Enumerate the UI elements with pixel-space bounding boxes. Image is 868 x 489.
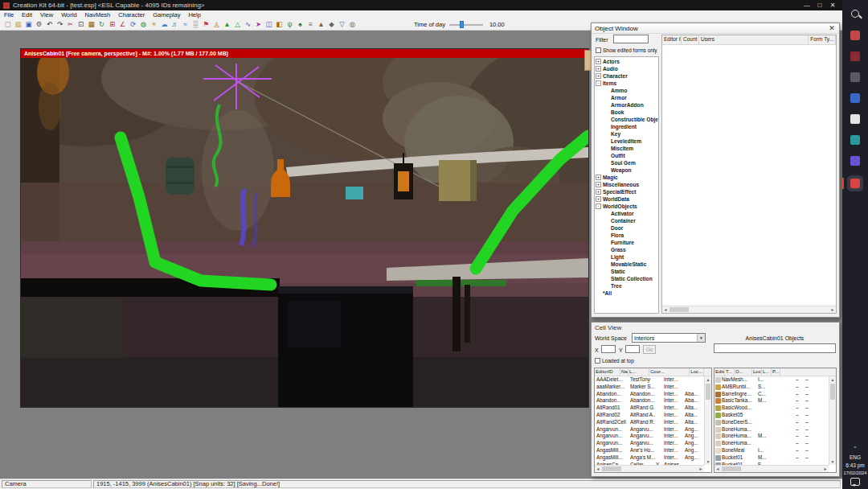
trees-icon[interactable]: ♠ <box>295 19 305 30</box>
vertical-scrollbar[interactable]: ▲ ▼ <box>704 376 711 465</box>
scroll-right-button[interactable]: ► <box>822 466 829 472</box>
menu-item[interactable]: Character <box>114 11 149 18</box>
taskbar-app-discord-icon[interactable] <box>850 156 860 166</box>
cell-list[interactable]: EditorIDNameL...Coor...Loc... AAADelet..… <box>594 368 712 473</box>
go-button[interactable]: Go <box>643 345 656 354</box>
world-space-dropdown[interactable]: Interiors ▼ <box>632 333 706 343</box>
tree-expander-icon[interactable]: + <box>596 182 601 187</box>
tree-item[interactable]: Outfit <box>595 152 658 159</box>
tree-item[interactable]: Soul Gem <box>595 159 658 166</box>
tree-item[interactable]: Static Collection <box>595 275 658 282</box>
tree-item[interactable]: Door <box>595 224 658 232</box>
object-window-close-button[interactable]: ✕ <box>828 24 836 32</box>
sky-icon[interactable]: ☁ <box>159 19 170 30</box>
lights-icon[interactable]: ☀ <box>149 19 159 30</box>
tree-item[interactable]: - Items <box>595 80 658 87</box>
tree-item[interactable]: Light <box>595 253 658 261</box>
column-header[interactable]: Count <box>682 35 699 44</box>
taskbar-app-media-icon[interactable] <box>850 114 860 124</box>
object-row[interactable]: BoneHuma... – – <box>715 440 828 447</box>
horizontal-scrollbar[interactable]: ◄ ► <box>714 465 829 472</box>
tree-expander-icon[interactable]: + <box>596 66 601 72</box>
sound-icon[interactable]: ♬ <box>170 19 180 30</box>
search-icon[interactable] <box>842 10 868 18</box>
tree-item[interactable]: + Miscellaneous <box>595 181 658 188</box>
cell-row[interactable]: Angarvun... Angarvu... Inter... Ang... <box>596 433 703 440</box>
water-icon[interactable]: ≈ <box>180 19 190 30</box>
show-edited-forms-checkbox[interactable]: Show edited forms only <box>596 47 657 53</box>
tree-expander-icon[interactable]: - <box>596 203 601 209</box>
copy-icon[interactable]: ⊡ <box>76 19 86 30</box>
tree-item[interactable]: + SpecialEffect <box>595 188 658 195</box>
scrollbar-thumb[interactable] <box>830 384 835 400</box>
column-header[interactable]: L... <box>762 368 772 376</box>
tree-item[interactable]: Furniture <box>595 239 658 246</box>
maximize-button[interactable]: □ <box>813 2 826 9</box>
snap-grid-icon[interactable]: ⊞ <box>107 19 117 30</box>
paste-icon[interactable]: ▦ <box>86 19 96 30</box>
menu-item[interactable]: View <box>36 11 57 18</box>
object-row[interactable]: BoneMeal I... – – <box>715 447 828 454</box>
language-indicator[interactable]: ENG <box>850 454 861 460</box>
tree-item[interactable]: LeveledItem <box>595 138 658 145</box>
markers-icon[interactable]: ⚑ <box>201 19 211 30</box>
cell-row[interactable]: AAADelet... TestTony Inter... <box>596 376 703 384</box>
tree-expander-icon[interactable]: - <box>596 80 601 86</box>
viewport-3d-view[interactable] <box>21 58 588 407</box>
clock-time[interactable]: 6:43 pm <box>845 462 865 468</box>
new-icon[interactable]: ▢ <box>2 19 13 30</box>
menu-item[interactable]: Help <box>184 11 204 18</box>
column-header[interactable]: Form Ty... <box>809 35 836 44</box>
column-header[interactable]: L... <box>628 368 649 376</box>
object-row[interactable]: NavMesh... I... – – <box>715 376 828 384</box>
horizontal-scrollbar[interactable]: ◄ ► <box>595 465 704 472</box>
redo-icon[interactable]: ↷ <box>55 19 65 30</box>
scroll-up-button[interactable]: ▲ <box>829 376 836 383</box>
scroll-right-button[interactable]: ► <box>698 466 704 472</box>
vertical-scrollbar[interactable]: ▲ ▼ <box>829 376 836 465</box>
column-header[interactable]: Lock... <box>752 368 762 376</box>
scrollbar-thumb[interactable] <box>706 384 710 400</box>
tree-item[interactable]: Activator <box>595 210 658 217</box>
close-button[interactable]: ✕ <box>826 2 839 9</box>
tree-item[interactable]: Constructible Object <box>595 116 658 123</box>
column-header[interactable]: Editor ID <box>714 368 725 376</box>
tree-item[interactable]: - WorldObjects <box>595 203 658 210</box>
tree-item[interactable]: *All <box>595 290 658 297</box>
checkbox-icon[interactable] <box>595 358 600 364</box>
scrollbar-thumb[interactable] <box>722 466 741 471</box>
menu-item[interactable]: Gameplay <box>149 11 184 18</box>
tree-item[interactable]: Key <box>595 130 658 138</box>
filter-icon[interactable]: ▽ <box>337 19 347 30</box>
tree-item[interactable]: MiscItem <box>595 145 658 152</box>
column-header[interactable]: Users <box>699 35 809 44</box>
checkbox-icon[interactable] <box>596 47 601 53</box>
scroll-left-button[interactable]: ◄ <box>595 466 601 472</box>
taskbar-app-store-icon[interactable] <box>850 51 860 61</box>
scroll-right-button[interactable]: ► <box>829 306 836 313</box>
chevron-down-icon[interactable]: ▼ <box>697 334 705 342</box>
undo-icon[interactable]: ↶ <box>44 19 55 30</box>
time-of-day-slider-thumb[interactable] <box>460 21 464 28</box>
cell-row[interactable]: aaaMarker... Marker S... Inter... <box>596 384 703 391</box>
cut-icon[interactable]: ✂ <box>65 19 76 30</box>
cell-objects-filter-input[interactable] <box>714 343 836 353</box>
tree-item[interactable]: Book <box>595 109 658 116</box>
minimize-button[interactable]: — <box>800 2 813 9</box>
cell-row[interactable]: AltRand01 AltRand G... Inter... Alta... <box>596 405 703 412</box>
column-header[interactable]: EditorID <box>595 368 620 376</box>
cell-objects-list[interactable]: Editor IDT...O...Lock...L...P... NavMesh… <box>714 368 837 473</box>
cell-row[interactable]: Abandon... Abandon... Inter... Aba... <box>596 397 703 405</box>
tree-expander-icon[interactable]: + <box>596 59 601 64</box>
tree-item[interactable]: Flora <box>595 232 658 239</box>
taskbar-app-capture-icon[interactable] <box>850 135 860 145</box>
grass-icon[interactable]: ψ <box>285 19 295 30</box>
fog-icon[interactable]: ▒ <box>190 19 201 30</box>
column-header[interactable]: P... <box>772 368 780 376</box>
tree-expander-icon[interactable]: + <box>596 73 601 79</box>
menu-item[interactable]: World <box>57 11 80 18</box>
tree-item[interactable]: Container <box>595 217 658 224</box>
portals-icon[interactable]: ◫ <box>264 19 274 30</box>
scrollbar-thumb[interactable] <box>602 466 621 471</box>
collision-icon[interactable]: ◬ <box>211 19 222 30</box>
